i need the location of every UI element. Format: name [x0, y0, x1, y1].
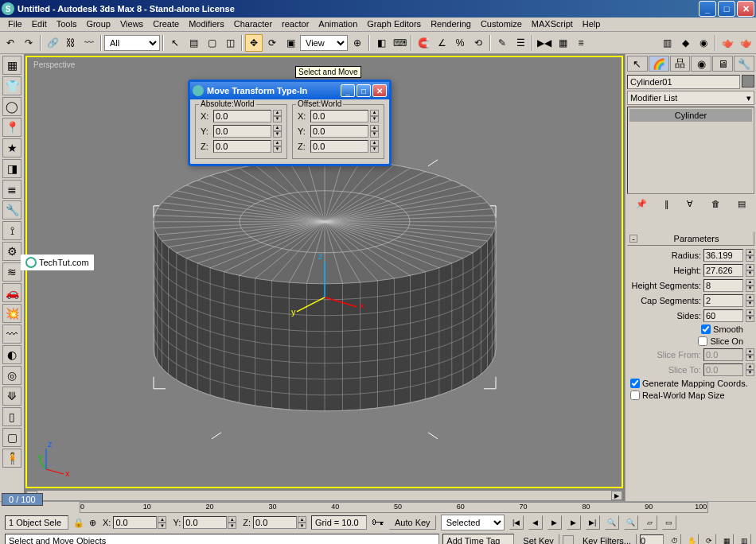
key-toggle-icon[interactable]	[563, 535, 574, 544]
key-icon[interactable]: 🗝	[372, 515, 384, 530]
minimize-button[interactable]: _	[699, 1, 716, 17]
spinner-snap-button[interactable]: ⟲	[470, 34, 487, 52]
align-button[interactable]: ▦	[554, 34, 571, 52]
menu-grapheditors[interactable]: Graph Editors	[362, 17, 426, 31]
hierarchy-tab[interactable]: 品	[670, 56, 691, 72]
height-segments-input[interactable]	[703, 279, 743, 292]
reactor-wind-icon[interactable]: ≋	[2, 262, 21, 282]
angle-snap-button[interactable]: ∠	[433, 34, 450, 52]
reactor-lsolver-icon[interactable]: 🔧	[2, 200, 21, 220]
off-x-input[interactable]	[310, 110, 368, 122]
dialog-close-button[interactable]: ✕	[372, 84, 387, 97]
fov-button[interactable]: ▱	[643, 515, 657, 530]
reactor-rigid-body-icon[interactable]: ▦	[2, 56, 21, 75]
cap-segments-spinner[interactable]: ▲▼	[746, 294, 754, 307]
manipulate-button[interactable]: ◧	[372, 34, 390, 52]
menu-tools[interactable]: Tools	[52, 17, 82, 31]
close-button[interactable]: ✕	[737, 1, 754, 17]
menu-maxscript[interactable]: MAXScript	[527, 17, 578, 31]
dialog-maximize-button[interactable]: □	[357, 84, 371, 97]
timeline[interactable]: 0 / 100 0 10 20 30 40 50 60 70 80 90 100	[0, 502, 756, 513]
motion-tab[interactable]: ◉	[691, 56, 711, 72]
lock-icon[interactable]: 🔒	[73, 518, 84, 528]
redo-button[interactable]: ↷	[20, 34, 37, 52]
pan-button[interactable]: ✋	[684, 534, 699, 544]
zoom-extents-button[interactable]: 🔍	[605, 515, 619, 530]
reactor-preview-icon[interactable]: ◐	[2, 345, 21, 364]
key-filters-button[interactable]: Key Filters...	[577, 534, 637, 544]
transform-type-in-icon[interactable]: ⊕	[89, 518, 96, 528]
named-selection-list[interactable]: ☰	[512, 34, 529, 52]
dialog-titlebar[interactable]: Move Transform Type-In _ □ ✕	[190, 82, 389, 99]
reactor-deforming-icon[interactable]: ★	[2, 138, 21, 157]
z-input[interactable]	[253, 516, 297, 529]
reactor-property-icon[interactable]: ◎	[2, 366, 21, 385]
reactor-dashpot-icon[interactable]: ⟟	[2, 221, 21, 240]
menu-group[interactable]: Group	[81, 17, 115, 31]
vp-config-button[interactable]: ▥	[737, 534, 751, 544]
menu-animation[interactable]: Animation	[314, 17, 362, 31]
remove-modifier-icon[interactable]: 🗑	[711, 199, 720, 209]
zoom-region-button[interactable]: ▭	[662, 515, 676, 530]
abs-y-input[interactable]	[213, 125, 271, 138]
time-tag[interactable]: Add Time Tag	[442, 534, 514, 544]
bind-spacewarp-button[interactable]: 〰	[80, 34, 98, 52]
prev-frame-button[interactable]: ◀	[528, 515, 543, 530]
autokey-button[interactable]: Auto Key	[389, 515, 436, 530]
mirror-button[interactable]: ▶◀	[536, 34, 553, 52]
layer-button[interactable]: ≡	[572, 34, 590, 52]
radius-input[interactable]	[703, 249, 743, 262]
abs-z-input[interactable]	[213, 140, 271, 153]
key-filter-dropdown[interactable]: Selected	[441, 515, 505, 530]
menu-reactor[interactable]: reactor	[277, 17, 314, 31]
abs-z-spinner[interactable]: ▲▼	[273, 140, 282, 153]
next-frame-button[interactable]: ▶	[567, 515, 581, 530]
zoom-all-button[interactable]: 🔍	[624, 515, 638, 530]
configure-sets-icon[interactable]: ▤	[738, 199, 746, 209]
modifier-stack[interactable]: Cylinder	[627, 107, 754, 194]
reactor-util-icon[interactable]: ▯	[2, 407, 21, 426]
reactor-fracture-icon[interactable]: 💥	[2, 304, 21, 323]
height-spinner[interactable]: ▲▼	[746, 264, 754, 277]
use-center-button[interactable]: ⊕	[349, 34, 366, 52]
reactor-water-icon[interactable]: 〰	[2, 324, 21, 344]
radius-spinner[interactable]: ▲▼	[746, 249, 754, 262]
menu-rendering[interactable]: Rendering	[426, 17, 476, 31]
reactor-analyze-icon[interactable]: ⟱	[2, 387, 21, 406]
off-z-spinner[interactable]: ▲▼	[370, 140, 379, 153]
setkey-button[interactable]: Set Key	[517, 534, 559, 544]
show-result-icon[interactable]: ‖	[664, 199, 669, 209]
object-name-input[interactable]	[627, 75, 740, 89]
x-input[interactable]	[113, 516, 157, 529]
menu-character[interactable]: Character	[229, 17, 277, 31]
menu-customize[interactable]: Customize	[476, 17, 527, 31]
time-config-button[interactable]: ⏱	[667, 534, 681, 544]
named-selection-button[interactable]: ✎	[493, 34, 511, 52]
reactor-plane-icon[interactable]: ◨	[2, 159, 21, 178]
ref-coord-dropdown[interactable]: View	[300, 35, 348, 51]
cylinder-object[interactable]: x y z	[102, 119, 548, 453]
curve-editor-button[interactable]: ▥	[658, 34, 676, 52]
select-rotate-button[interactable]: ⟳	[263, 34, 281, 52]
arc-rotate-button[interactable]: ⟳	[702, 534, 716, 544]
selection-filter-dropdown[interactable]: All	[104, 35, 160, 51]
min-max-toggle-button[interactable]: ▦	[719, 534, 734, 544]
select-move-button[interactable]: ✥	[245, 34, 263, 52]
play-button[interactable]: ▶	[548, 515, 562, 530]
undo-button[interactable]: ↶	[2, 34, 19, 52]
reactor-ragdoll-icon[interactable]: 🧍	[2, 449, 21, 468]
reactor-rope-icon[interactable]: 📍	[2, 118, 21, 137]
off-z-input[interactable]	[310, 140, 368, 153]
select-by-name-button[interactable]: ▤	[185, 34, 202, 52]
cap-segments-input[interactable]	[703, 294, 743, 307]
time-ruler[interactable]: 0 10 20 30 40 50 60 70 80 90 100	[80, 502, 708, 513]
utilities-tab[interactable]: 🔧	[734, 56, 754, 72]
select-region-button[interactable]: ▢	[203, 34, 220, 52]
menu-create[interactable]: Create	[148, 17, 184, 31]
gen-mapping-checkbox[interactable]	[630, 379, 640, 388]
reactor-spring-icon[interactable]: ≣	[2, 180, 21, 199]
abs-y-spinner[interactable]: ▲▼	[273, 125, 282, 138]
sides-input[interactable]	[703, 309, 743, 322]
smooth-checkbox[interactable]	[701, 324, 711, 334]
make-unique-icon[interactable]: ∀	[687, 199, 693, 209]
